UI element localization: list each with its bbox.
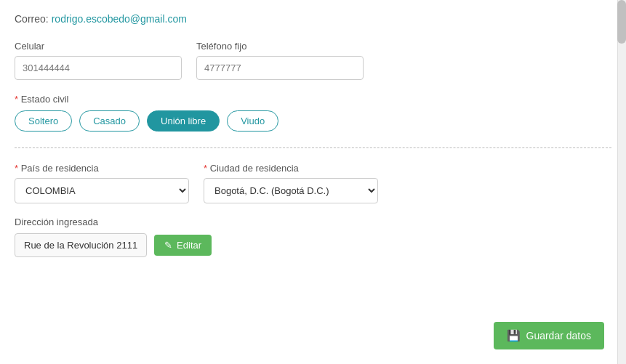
address-section: Dirección ingresada Rue de la Revolución… (15, 217, 611, 257)
civil-status-section: Estado civil Soltero Casado Unión libre … (15, 93, 611, 132)
address-row: Rue de la Revolución 2111 Editar (15, 233, 611, 257)
civil-status-label: Estado civil (15, 94, 68, 105)
section-divider (15, 147, 611, 148)
scrollbar-thumb[interactable] (617, 0, 626, 44)
edit-address-button[interactable]: Editar (154, 235, 212, 256)
pencil-icon (164, 240, 172, 251)
civil-btn-soltero[interactable]: Soltero (15, 110, 72, 132)
telefono-label: Teléfono fijo (196, 41, 364, 52)
edit-label: Editar (177, 240, 201, 251)
celular-input[interactable] (15, 56, 182, 80)
civil-btn-viudo[interactable]: Viudo (227, 110, 278, 132)
phone-row: Celular Teléfono fijo (15, 41, 611, 80)
page-container: Correo: rodrigo.escobedo@gmail.com Celul… (0, 0, 626, 364)
address-display: Rue de la Revolución 2111 (15, 233, 147, 257)
scrollbar[interactable] (617, 0, 626, 364)
celular-group: Celular (15, 41, 182, 80)
ciudad-group: Ciudad de residencia Bogotá, D.C. (Bogot… (204, 163, 378, 203)
civil-status-buttons: Soltero Casado Unión libre Viudo (15, 110, 611, 132)
address-label: Dirección ingresada (15, 217, 611, 227)
email-label: Correo: (15, 13, 49, 25)
pais-label: País de residencia (15, 163, 189, 174)
celular-label: Celular (15, 41, 182, 52)
pais-group: País de residencia COLOMBIA MEXICO ARGEN… (15, 163, 189, 203)
email-value: rodrigo.escobedo@gmail.com (52, 13, 187, 25)
save-button[interactable]: 💾 Guardar datos (494, 322, 605, 349)
residence-row: País de residencia COLOMBIA MEXICO ARGEN… (15, 163, 611, 203)
save-icon: 💾 (507, 329, 521, 342)
telefono-input[interactable] (196, 56, 364, 80)
civil-btn-union-libre[interactable]: Unión libre (147, 110, 220, 132)
telefono-group: Teléfono fijo (196, 41, 364, 80)
pais-select[interactable]: COLOMBIA MEXICO ARGENTINA CHILE (15, 178, 189, 203)
save-label: Guardar datos (526, 330, 592, 341)
ciudad-label: Ciudad de residencia (204, 163, 378, 174)
civil-btn-casado[interactable]: Casado (79, 110, 140, 132)
ciudad-select[interactable]: Bogotá, D.C. (Bogotá D.C.) Medellín Cali… (204, 178, 378, 203)
email-row: Correo: rodrigo.escobedo@gmail.com (15, 13, 611, 25)
